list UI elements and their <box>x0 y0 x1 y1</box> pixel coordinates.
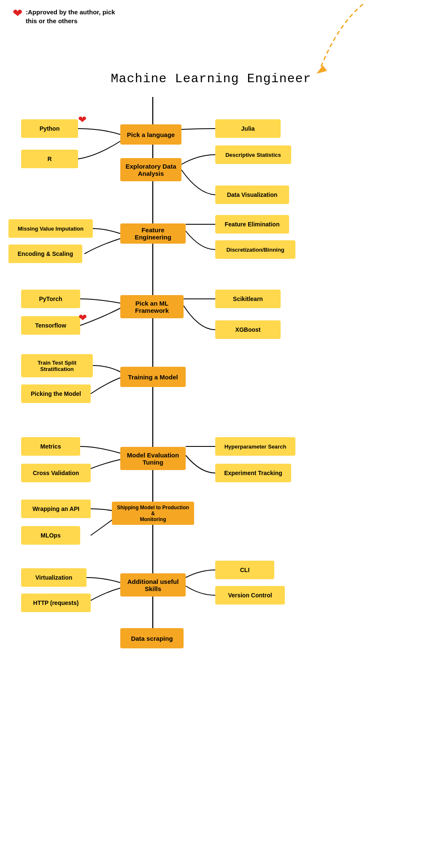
leaf-encoding-scaling: Encoding & Scaling <box>8 245 82 263</box>
leaf-julia: Julia <box>215 119 281 138</box>
leaf-metrics: Metrics <box>21 437 80 456</box>
node-eda: Exploratory DataAnalysis <box>120 158 181 181</box>
leaf-xgboost: XGBoost <box>215 320 281 339</box>
leaf-cross-validation: Cross Validation <box>21 464 91 482</box>
leaf-experiment-tracking: Experiment Tracking <box>215 464 291 482</box>
leaf-pytorch: PyTorch <box>21 290 80 308</box>
leaf-discretization: Discretization/Binning <box>215 240 295 259</box>
dashed-arrow-decoration <box>295 0 380 76</box>
leaf-tensorflow: Tensorflow <box>21 316 80 335</box>
leaf-hyperparameter-search: Hyperparameter Search <box>215 437 295 456</box>
main-title: Machine Learning Engineer <box>111 72 311 86</box>
leaf-wrapping-api: Wrapping an API <box>21 500 91 518</box>
leaf-http-requests: HTTP (requests) <box>21 594 91 612</box>
leaf-python: Python <box>21 119 78 138</box>
leaf-train-test-split: Train Test SplitStratification <box>21 354 93 377</box>
leaf-virtualization: Virtualization <box>21 568 87 587</box>
leaf-picking-model: Picking the Model <box>21 384 91 403</box>
python-heart-icon: ❤ <box>78 114 87 126</box>
node-data-scraping: Data scraping <box>120 628 184 648</box>
leaf-r: R <box>21 150 78 168</box>
leaf-descriptive-stats: Descriptive Statistics <box>215 145 291 164</box>
node-training-model: Training a Model <box>120 367 186 387</box>
legend-text: :Approved by the author, pick this or th… <box>26 8 119 25</box>
leaf-mlops: MLOps <box>21 526 80 545</box>
node-additional-skills: Additional usefulSkills <box>120 573 186 597</box>
node-pick-ml-framework: Pick an MLFramework <box>120 295 184 318</box>
legend-heart-icon: ❤ <box>13 8 22 19</box>
node-shipping-model: Shipping Model to Production &Monitoring <box>112 502 194 525</box>
leaf-scikitlearn: Scikitlearn <box>215 290 281 308</box>
node-pick-language: Pick a language <box>120 124 181 145</box>
node-model-eval-tuning: Model EvaluationTuning <box>120 447 186 470</box>
leaf-cli: CLI <box>215 561 274 579</box>
node-feature-engineering: Feature Engineering <box>120 223 186 244</box>
legend: ❤ :Approved by the author, pick this or … <box>13 8 119 25</box>
leaf-data-visualization: Data Visualization <box>215 185 289 204</box>
leaf-feature-elimination: Feature Elimination <box>215 215 289 234</box>
svg-marker-0 <box>316 65 327 74</box>
leaf-version-control: Version Control <box>215 586 285 605</box>
leaf-missing-value: Missing Value Imputation <box>8 219 93 238</box>
tensorflow-heart-icon: ❤ <box>78 312 87 324</box>
